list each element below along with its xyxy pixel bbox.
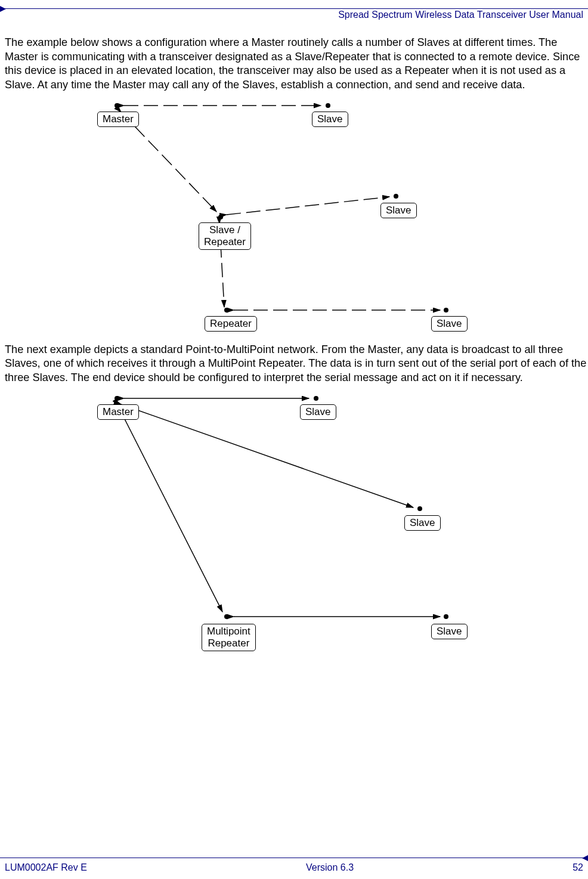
footer-triangle-icon <box>582 855 588 861</box>
diagram1-slaverepeater-dot <box>218 215 223 219</box>
paragraph-1: The example below shows a configuration … <box>5 36 588 92</box>
diagram2-slave2-dot <box>417 506 422 511</box>
diagram1-slave2-dot <box>394 194 398 199</box>
diagram-1-svg <box>88 98 482 337</box>
paragraph-2: The next example depicts a standard Poin… <box>5 343 588 385</box>
diagram1-slaverepeater-l1: Slave / <box>209 224 240 236</box>
diagram2-multipoint-dot <box>224 614 229 619</box>
header-divider <box>0 8 588 9</box>
footer-divider <box>0 858 588 858</box>
svg-line-6 <box>121 404 413 507</box>
page-content: The example below shows a configuration … <box>5 36 588 677</box>
diagram2-slave2-label: Slave <box>404 515 441 531</box>
diagram-2-svg <box>88 391 482 677</box>
diagram2-slave3-dot <box>444 614 448 619</box>
diagram1-slave3-label: Slave <box>431 316 468 332</box>
diagram2-multipoint-l1: Multipoint <box>207 626 250 637</box>
diagram2-slave1-label: Slave <box>300 404 336 420</box>
page-footer: LUM0002AF Rev E Version 6.3 52 <box>5 862 583 873</box>
header-title: Spread Spectrum Wireless Data Transceive… <box>338 10 583 20</box>
diagram1-master-label: Master <box>97 112 139 127</box>
footer-right: 52 <box>572 862 583 873</box>
diagram1-slaverepeater-l2: Repeater <box>204 236 246 247</box>
diagram1-slave3-dot <box>444 308 448 312</box>
diagram2-master-dot <box>114 396 119 401</box>
footer-center: Version 6.3 <box>306 862 354 873</box>
diagram-1: Master Slave Slave / Repeater Slave Repe… <box>88 98 482 337</box>
diagram1-master-dot <box>114 103 119 108</box>
header-triangle-icon <box>0 6 6 12</box>
footer-left: LUM0002AF Rev E <box>5 862 87 873</box>
diagram1-slave2-label: Slave <box>380 203 417 218</box>
diagram1-slaverepeater-label: Slave / Repeater <box>199 222 251 250</box>
diagram1-repeater-label: Repeater <box>205 316 257 332</box>
svg-line-2 <box>227 197 389 215</box>
diagram-2: Master Slave Slave Multipoint Repeater S… <box>88 391 482 677</box>
diagram2-multipoint-label: Multipoint Repeater <box>202 624 256 652</box>
diagram2-master-label: Master <box>97 404 139 420</box>
diagram2-slave1-dot <box>314 396 318 401</box>
diagram1-repeater-dot <box>224 308 229 312</box>
diagram1-slave1-dot <box>326 103 330 108</box>
svg-line-7 <box>118 406 222 612</box>
diagram2-multipoint-l2: Repeater <box>208 637 249 649</box>
diagram2-slave3-label: Slave <box>431 624 468 639</box>
diagram1-slave1-label: Slave <box>312 112 348 127</box>
